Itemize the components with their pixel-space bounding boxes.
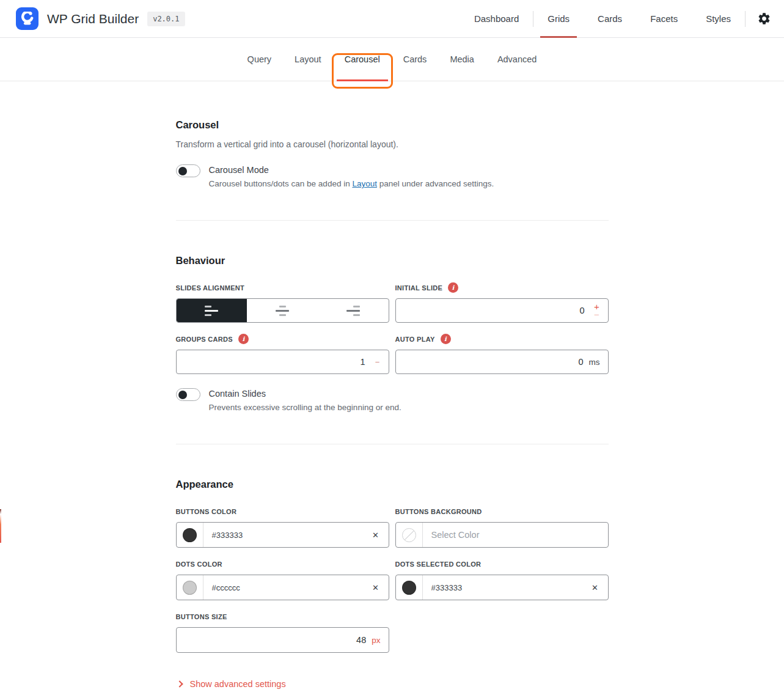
field-label-text: GROUPS CARDS bbox=[176, 336, 233, 343]
dots-selected-color-picker[interactable]: #333333 bbox=[395, 575, 609, 600]
nav-item-cards[interactable]: Cards bbox=[584, 0, 636, 37]
buttons-background-placeholder[interactable]: Select Color bbox=[423, 523, 608, 547]
clear-color-button[interactable] bbox=[363, 523, 389, 547]
section-divider bbox=[176, 220, 609, 221]
decrement-button[interactable]: − bbox=[375, 358, 380, 366]
active-tab-underline bbox=[337, 79, 388, 81]
tab-query[interactable]: Query bbox=[236, 38, 284, 81]
auto-play-input[interactable] bbox=[396, 350, 589, 373]
nav-item-dashboard[interactable]: Dashboard bbox=[460, 0, 533, 37]
number-stepper: − bbox=[371, 350, 384, 373]
section-title-appearance: Appearance bbox=[176, 479, 609, 490]
field-label-text: BUTTONS SIZE bbox=[176, 613, 227, 620]
swatch-cell[interactable] bbox=[177, 523, 203, 547]
contain-slides-label: Contain Slides bbox=[209, 388, 401, 399]
color-swatch bbox=[183, 528, 197, 542]
layout-panel-link[interactable]: Layout bbox=[352, 179, 377, 188]
buttons-background-picker[interactable]: Select Color bbox=[395, 522, 609, 548]
show-advanced-settings-label: Show advanced settings bbox=[190, 679, 286, 689]
decrement-button[interactable]: − bbox=[594, 311, 599, 318]
buttons-size-input[interactable] bbox=[177, 628, 372, 652]
buttons-background-label: BUTTONS BACKGROUND bbox=[395, 506, 609, 517]
show-advanced-settings-button[interactable]: Show advanced settings bbox=[176, 679, 286, 689]
dots-color-label: DOTS COLOR bbox=[176, 559, 389, 569]
help-text: Carousel buttons/dots can be added in bbox=[209, 179, 353, 188]
field-label-text: DOTS SELECTED COLOR bbox=[395, 561, 482, 568]
top-nav: Dashboard Grids Cards Facets Styles bbox=[460, 0, 784, 37]
buttons-color-value[interactable]: #333333 bbox=[203, 523, 363, 547]
dots-selected-color-value[interactable]: #333333 bbox=[423, 575, 582, 600]
clear-color-button[interactable] bbox=[582, 575, 608, 600]
toggle-knob bbox=[178, 167, 187, 175]
screen-edge-artifact bbox=[0, 509, 1, 543]
settings-button[interactable] bbox=[746, 0, 784, 37]
dots-color-picker[interactable]: #cccccc bbox=[176, 575, 389, 600]
swatch-cell[interactable] bbox=[396, 523, 423, 547]
auto-play-label: AUTO PLAY bbox=[395, 334, 609, 344]
field-label-text: AUTO PLAY bbox=[395, 336, 435, 343]
tab-layout[interactable]: Layout bbox=[283, 38, 333, 81]
tab-media[interactable]: Media bbox=[438, 38, 486, 81]
app-header: WP Grid Builder v2.0.1 Dashboard Grids C… bbox=[0, 0, 784, 38]
tab-advanced[interactable]: Advanced bbox=[486, 38, 549, 81]
carousel-mode-toggle[interactable] bbox=[176, 164, 200, 177]
initial-slide-control: + − bbox=[395, 298, 609, 323]
align-center-icon bbox=[276, 306, 289, 316]
swatch-cell[interactable] bbox=[177, 575, 203, 600]
initial-slide-input[interactable] bbox=[396, 299, 590, 322]
toggle-knob bbox=[178, 391, 187, 399]
clear-color-button[interactable] bbox=[363, 575, 389, 600]
align-end-icon bbox=[346, 306, 360, 316]
tab-cards[interactable]: Cards bbox=[392, 38, 439, 81]
slides-alignment-label: SLIDES ALIGNMENT bbox=[176, 282, 389, 293]
slides-alignment-control bbox=[176, 298, 389, 323]
wp-grid-builder-logo bbox=[16, 7, 38, 30]
no-color-icon bbox=[402, 528, 416, 542]
align-start-button[interactable] bbox=[177, 299, 247, 322]
align-center-button[interactable] bbox=[247, 299, 318, 322]
info-icon[interactable] bbox=[441, 334, 451, 344]
buttons-size-control: px bbox=[176, 627, 389, 653]
groups-cards-label: GROUPS CARDS bbox=[176, 334, 389, 344]
dots-selected-color-label: DOTS SELECTED COLOR bbox=[395, 559, 609, 569]
contain-slides-toggle[interactable] bbox=[176, 388, 200, 401]
field-label-text: SLIDES ALIGNMENT bbox=[176, 284, 245, 292]
buttons-size-unit: px bbox=[372, 636, 388, 645]
carousel-mode-label: Carousel Mode bbox=[209, 164, 494, 175]
tab-carousel[interactable]: Carousel bbox=[333, 38, 392, 81]
section-divider bbox=[176, 444, 609, 444]
swatch-cell[interactable] bbox=[396, 575, 423, 600]
logo-glyph bbox=[20, 12, 34, 26]
chevron-right-icon bbox=[176, 680, 183, 687]
tab-carousel-label: Carousel bbox=[345, 54, 380, 64]
version-badge: v2.0.1 bbox=[147, 12, 185, 26]
gear-icon bbox=[757, 12, 771, 26]
align-end-button[interactable] bbox=[318, 299, 389, 322]
section-title-behaviour: Behaviour bbox=[176, 255, 609, 267]
carousel-settings-panel: Carousel Transform a vertical grid into … bbox=[176, 81, 609, 689]
carousel-mode-help: Carousel buttons/dots can be added in La… bbox=[209, 179, 494, 188]
nav-item-grids[interactable]: Grids bbox=[533, 0, 584, 37]
field-label-text: BUTTONS BACKGROUND bbox=[395, 508, 482, 515]
nav-item-facets[interactable]: Facets bbox=[636, 0, 692, 37]
info-icon[interactable] bbox=[238, 334, 249, 344]
dots-color-value[interactable]: #cccccc bbox=[203, 575, 363, 600]
buttons-color-picker[interactable]: #333333 bbox=[176, 522, 389, 548]
contain-slides-help: Prevents excessive scrolling at the begi… bbox=[209, 403, 401, 412]
info-icon[interactable] bbox=[448, 282, 458, 293]
field-label-text: DOTS COLOR bbox=[176, 561, 222, 568]
help-text: panel under advanced settings. bbox=[377, 179, 494, 188]
settings-tabbar: Query Layout Carousel Cards Media Advanc… bbox=[0, 38, 784, 81]
section-title-carousel: Carousel bbox=[176, 119, 609, 131]
section-description: Transform a vertical grid into a carouse… bbox=[176, 139, 609, 149]
groups-cards-control: − bbox=[176, 350, 389, 374]
buttons-size-label: BUTTONS SIZE bbox=[176, 611, 389, 622]
align-start-icon bbox=[205, 306, 218, 316]
auto-play-unit: ms bbox=[589, 358, 608, 367]
number-stepper: + − bbox=[590, 299, 604, 322]
color-swatch bbox=[183, 581, 197, 595]
initial-slide-label: INITIAL SLIDE bbox=[395, 282, 609, 293]
buttons-color-label: BUTTONS COLOR bbox=[176, 506, 389, 517]
nav-item-styles[interactable]: Styles bbox=[692, 0, 745, 37]
groups-cards-input[interactable] bbox=[177, 350, 371, 373]
